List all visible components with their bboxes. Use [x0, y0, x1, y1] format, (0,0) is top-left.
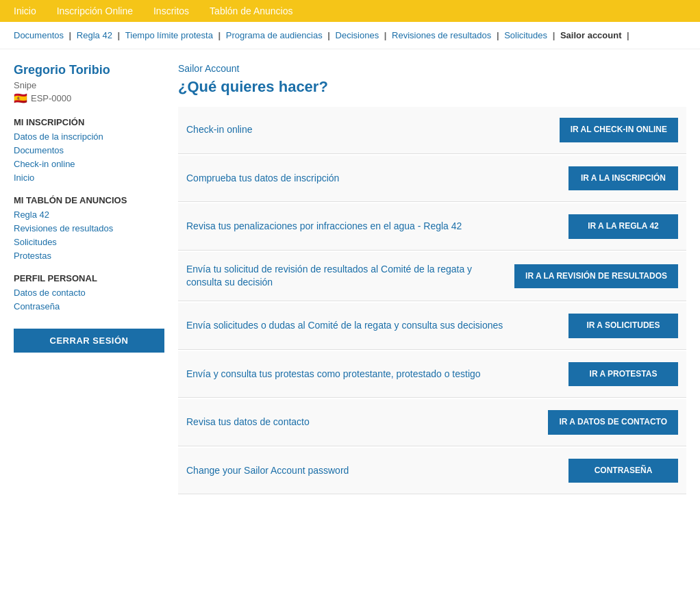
action-text-action-password: Change your Sailor Account password — [186, 464, 568, 478]
action-text-action-protestas: Envía y consulta tus protestas como prot… — [186, 368, 568, 381]
action-text-action-inscripcion: Comprueba tus datos de inscripción — [186, 172, 568, 186]
logout-button[interactable]: CERRAR SESIÓN — [14, 329, 164, 353]
action-button-action-regla42[interactable]: IR A LA REGLA 42 — [568, 214, 678, 239]
breadcrumb-link-bc-documentos[interactable]: Documentos — [14, 30, 64, 40]
breadcrumb-link-bc-revisiones[interactable]: Revisiones de resultados — [392, 30, 491, 40]
action-row-action-inscripcion: Comprueba tus datos de inscripciónIR A L… — [178, 155, 686, 203]
action-text-action-contacto: Revisa tus datos de contacto — [186, 416, 548, 429]
action-button-action-inscripcion[interactable]: IR A LA INSCRIPCIÓN — [568, 166, 678, 191]
action-row-action-password: Change your Sailor Account passwordCONTR… — [178, 448, 686, 495]
breadcrumb-link-bc-tiempo[interactable]: Tiempo límite protesta — [125, 30, 213, 40]
action-text-action-revision: Envía tu solicitud de revisión de result… — [186, 263, 514, 290]
breadcrumb-link-bc-solicitudes[interactable]: Solicitudes — [504, 30, 547, 40]
action-text-action-solicitudes: Envía solicitudes o dudas al Comité de l… — [186, 319, 568, 333]
breadcrumb-separator: | — [66, 30, 74, 40]
link-documentos[interactable]: Documentos — [14, 145, 164, 155]
sidebar: Gregorio Toribio Snipe 🇪🇸 ESP-0000 MI IN… — [14, 63, 164, 496]
action-row-action-contacto: Revisa tus datos de contactoIR A DATOS D… — [178, 399, 686, 446]
top-navigation: InicioInscripción OnlineInscritosTablón … — [0, 0, 700, 22]
breadcrumb-link-bc-regla42[interactable]: Regla 42 — [77, 30, 112, 40]
link-inicio[interactable]: Inicio — [14, 173, 164, 183]
action-row-action-checkin: Check-in onlineIR AL CHECK-IN ONLINE — [178, 107, 686, 154]
link-password[interactable]: Contraseña — [14, 301, 164, 312]
main-content: Sailor Account ¿Qué quieres hacer? Check… — [178, 63, 686, 496]
link-solicitudes[interactable]: Solicitudes — [14, 237, 164, 247]
breadcrumb-separator: | — [115, 30, 123, 40]
nav-item-nav-inscripcion[interactable]: Inscripción Online — [57, 5, 133, 16]
action-row-action-regla42: Revisa tus penalizaciones por infraccion… — [178, 203, 686, 251]
nav-item-nav-tablon[interactable]: Tablón de Anuncios — [210, 5, 292, 16]
nav-item-nav-inicio[interactable]: Inicio — [14, 5, 36, 16]
action-list: Check-in onlineIR AL CHECK-IN ONLINEComp… — [178, 107, 686, 494]
action-button-action-contacto[interactable]: IR A DATOS DE CONTACTO — [548, 410, 678, 435]
link-regla42[interactable]: Regla 42 — [14, 209, 164, 220]
breadcrumb-separator: | — [494, 30, 501, 40]
action-button-action-revision[interactable]: IR A LA REVISIÓN DE RESULTADOS — [514, 264, 678, 289]
link-protestas[interactable]: Protestas — [14, 251, 164, 261]
link-datos-inscripcion[interactable]: Datos de la inscripción — [14, 131, 164, 142]
action-text-action-regla42: Revisa tus penalizaciones por infraccion… — [186, 220, 568, 233]
breadcrumb-separator: | — [550, 30, 558, 40]
breadcrumb-current: Sailor account — [560, 30, 622, 40]
link-checkin[interactable]: Check-in online — [14, 159, 164, 169]
link-revisiones[interactable]: Revisiones de resultados — [14, 223, 164, 233]
breadcrumb-separator: | — [325, 30, 333, 40]
breadcrumb-link-bc-programa[interactable]: Programa de audiencias — [226, 30, 323, 40]
action-button-action-solicitudes[interactable]: IR A SOLICITUDES — [568, 314, 678, 338]
user-code: ESP-0000 — [31, 93, 71, 103]
action-row-action-protestas: Envía y consulta tus protestas como prot… — [178, 351, 686, 398]
flag-icon: 🇪🇸 — [14, 92, 27, 105]
sidebar-section-title: PERFIL PERSONAL — [14, 273, 164, 283]
breadcrumb-separator: | — [382, 30, 389, 40]
link-contacto[interactable]: Datos de contacto — [14, 288, 164, 298]
sidebar-section-title: MI TABLÓN DE ANUNCIOS — [14, 195, 164, 205]
action-button-action-password[interactable]: CONTRASEÑA — [568, 459, 678, 483]
action-row-action-solicitudes: Envía solicitudes o dudas al Comité de l… — [178, 303, 686, 350]
sidebar-section-title: MI INSCRIPCIÓN — [14, 117, 164, 127]
content-heading: ¿Qué quieres hacer? — [178, 78, 686, 96]
content-subtitle: Sailor Account — [178, 63, 686, 74]
user-subtitle: Snipe — [14, 80, 164, 90]
user-flag: 🇪🇸 ESP-0000 — [14, 92, 164, 105]
action-row-action-revision: Envía tu solicitud de revisión de result… — [178, 252, 686, 301]
breadcrumb-link-bc-decisiones[interactable]: Decisiones — [336, 30, 379, 40]
user-name: Gregorio Toribio — [14, 63, 164, 77]
breadcrumb: Documentos | Regla 42 | Tiempo límite pr… — [0, 22, 700, 49]
action-button-action-protestas[interactable]: IR A PROTESTAS — [568, 362, 678, 387]
nav-item-nav-inscritos[interactable]: Inscritos — [153, 5, 189, 16]
action-button-action-checkin[interactable]: IR AL CHECK-IN ONLINE — [560, 118, 678, 142]
action-text-action-checkin: Check-in online — [186, 123, 560, 137]
breadcrumb-separator-end: | — [625, 30, 629, 40]
breadcrumb-separator: | — [216, 30, 223, 40]
